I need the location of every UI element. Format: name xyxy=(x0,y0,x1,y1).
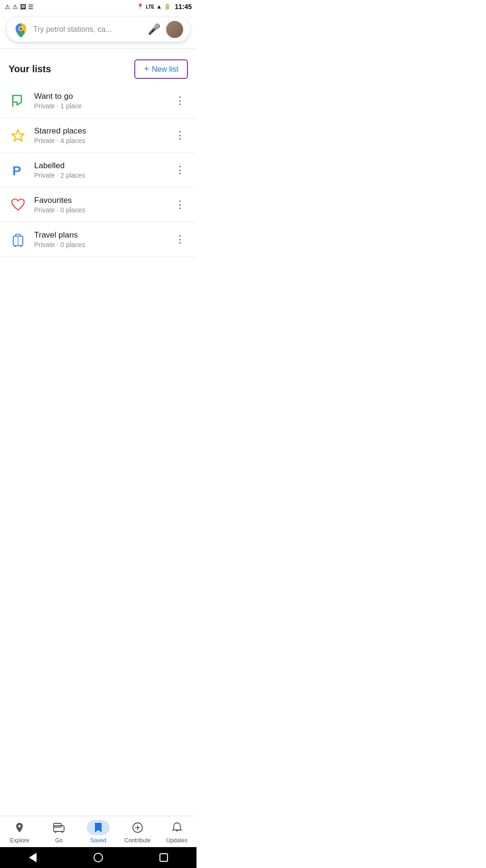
favourites-icon xyxy=(9,195,28,214)
user-avatar[interactable] xyxy=(166,21,183,38)
svg-marker-2 xyxy=(13,95,21,105)
labelled-icon: P xyxy=(9,161,28,180)
list-item-labelled[interactable]: P Labelled Private · 2 places ⋮ xyxy=(0,153,196,188)
svg-point-9 xyxy=(20,245,22,247)
travel-plans-info: Travel plans Private · 0 places xyxy=(34,230,172,248)
new-list-label: New list xyxy=(152,65,178,74)
google-maps-logo xyxy=(13,22,28,37)
lists-title: Your lists xyxy=(9,64,51,75)
location-icon: 📍 xyxy=(137,3,144,10)
starred-places-more-button[interactable]: ⋮ xyxy=(172,126,188,144)
starred-places-icon xyxy=(9,126,28,145)
status-icons-left: ⚠ ⚠ 🖼 ☰ xyxy=(5,3,34,10)
travel-plans-more-button[interactable]: ⋮ xyxy=(172,230,188,248)
travel-plans-meta: Private · 0 places xyxy=(34,241,172,248)
list-item-want-to-go[interactable]: Want to go Private · 1 place ⋮ xyxy=(0,84,196,118)
travel-plans-name: Travel plans xyxy=(34,230,172,240)
list-item-travel-plans[interactable]: Travel plans Private · 0 places ⋮ xyxy=(0,222,196,257)
list-item-starred-places[interactable]: Starred places Private · 4 places ⋮ xyxy=(0,118,196,153)
starred-places-info: Starred places Private · 4 places xyxy=(34,126,172,144)
favourites-name: Favourites xyxy=(34,196,172,205)
labelled-meta: Private · 2 places xyxy=(34,172,172,179)
svg-marker-4 xyxy=(12,130,24,141)
lists-header: Your lists + New list xyxy=(0,49,196,84)
starred-places-name: Starred places xyxy=(34,126,172,136)
want-to-go-meta: Private · 1 place xyxy=(34,102,172,110)
labelled-name: Labelled xyxy=(34,161,172,171)
favourites-more-button[interactable]: ⋮ xyxy=(172,196,188,214)
labelled-more-button[interactable]: ⋮ xyxy=(172,161,188,179)
image-icon: 🖼 xyxy=(20,3,26,10)
svg-point-8 xyxy=(14,245,16,247)
want-to-go-icon xyxy=(9,91,28,110)
new-list-plus-icon: + xyxy=(144,64,149,74)
svg-point-1 xyxy=(19,27,22,30)
new-list-button[interactable]: + New list xyxy=(134,59,188,79)
search-bar[interactable]: Try petrol stations, ca... 🎤 xyxy=(7,17,190,42)
favourites-info: Favourites Private · 0 places xyxy=(34,196,172,214)
starred-places-meta: Private · 4 places xyxy=(34,137,172,144)
search-input[interactable]: Try petrol stations, ca... xyxy=(33,25,148,34)
want-to-go-name: Want to go xyxy=(34,92,172,101)
list-icon: ☰ xyxy=(28,3,34,10)
mic-icon[interactable]: 🎤 xyxy=(148,23,160,36)
warning-icon-2: ⚠ xyxy=(12,3,18,10)
status-bar: ⚠ ⚠ 🖼 ☰ 📍 LTE ▲ 🔋 11:45 xyxy=(0,0,196,13)
status-icons-right: 📍 LTE ▲ 🔋 11:45 xyxy=(137,3,192,10)
travel-plans-icon xyxy=(9,230,28,249)
list-item-favourites[interactable]: Favourites Private · 0 places ⋮ xyxy=(0,188,196,222)
lte-label: LTE xyxy=(146,4,154,10)
time: 11:45 xyxy=(175,3,192,10)
lists-container: Want to go Private · 1 place ⋮ Starred p… xyxy=(0,84,196,257)
svg-text:P: P xyxy=(12,163,21,177)
want-to-go-info: Want to go Private · 1 place xyxy=(34,92,172,110)
want-to-go-more-button[interactable]: ⋮ xyxy=(172,92,188,110)
battery-icon: 🔋 xyxy=(164,3,171,10)
signal-icon: ▲ xyxy=(156,3,162,10)
labelled-info: Labelled Private · 2 places xyxy=(34,161,172,179)
warning-icon-1: ⚠ xyxy=(5,3,10,10)
favourites-meta: Private · 0 places xyxy=(34,206,172,214)
